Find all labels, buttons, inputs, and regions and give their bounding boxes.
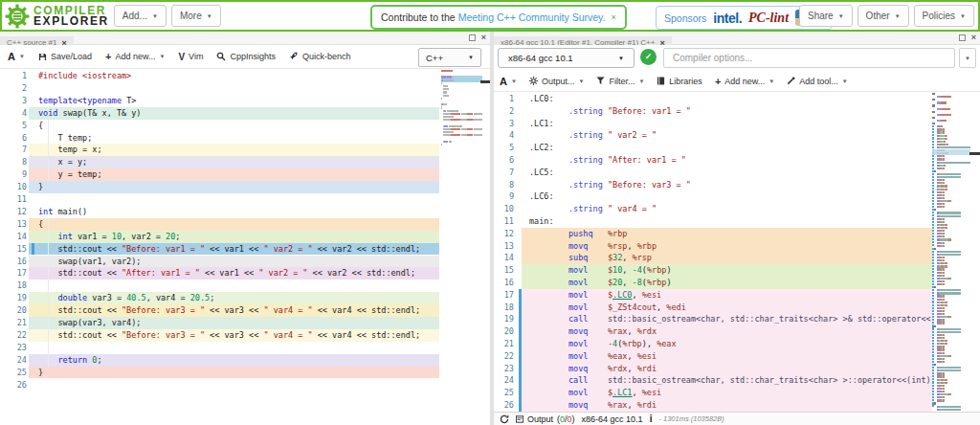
- code-line[interactable]: 8 x = y;: [0, 156, 439, 168]
- code-line[interactable]: 13{: [0, 218, 439, 231]
- add-new-button[interactable]: + Add new...▼: [105, 51, 165, 62]
- code-line[interactable]: 21 swap(var3, var4);: [0, 317, 439, 329]
- language-select[interactable]: C++ ▼: [418, 48, 481, 67]
- code-line[interactable]: 9.LC6:: [494, 190, 932, 203]
- code-line[interactable]: 24 return 0;: [0, 354, 439, 367]
- code-line[interactable]: 26: [0, 379, 439, 391]
- close-icon[interactable]: ×: [971, 34, 976, 42]
- gear-icon: [529, 77, 538, 85]
- line-number: 4: [0, 107, 27, 120]
- code-line[interactable]: 12int main(): [0, 206, 439, 218]
- code-line[interactable]: 19 call std::basic_ostream<char, std::ch…: [494, 313, 932, 325]
- code-line[interactable]: 4 .string " var2 = ": [494, 129, 932, 142]
- code-line[interactable]: 1.LC0:: [494, 93, 932, 105]
- code-line[interactable]: 18 movl $_ZSt4cout, %edi: [494, 302, 932, 314]
- code-line[interactable]: 14 int var1 = 10, var2 = 20;: [0, 231, 439, 243]
- code-line[interactable]: 14 subq $32, %rsp: [494, 252, 932, 264]
- code-line[interactable]: 16 swap(var1, var2);: [0, 256, 439, 268]
- code-line[interactable]: 21 movl -4(%rbp), %eax: [494, 338, 932, 350]
- code-line[interactable]: 6 T temp;: [0, 132, 439, 145]
- cppinsights-button[interactable]: CppInsights: [216, 52, 276, 61]
- info-icon[interactable]: i: [650, 414, 653, 424]
- output-button[interactable]: Output...▼: [529, 77, 584, 86]
- maximize-icon[interactable]: [959, 34, 966, 41]
- minimap[interactable]: [932, 93, 970, 412]
- code-line[interactable]: 7 temp = x;: [0, 144, 439, 156]
- libraries-button[interactable]: Libraries: [657, 77, 702, 86]
- other-button[interactable]: Other ▼: [858, 5, 909, 27]
- assembly-editor[interactable]: 1.LC0:2 .string "Before: var1 = "3.LC1:4…: [494, 92, 980, 412]
- scrollbar-slider[interactable]: [969, 152, 980, 155]
- code-line[interactable]: 20 movq %rax, %rdx: [494, 325, 932, 338]
- code-line[interactable]: 26 movq %rax, %rdi: [494, 399, 932, 412]
- code-line[interactable]: 10}: [0, 181, 439, 193]
- compiler-select[interactable]: x86-64 gcc 10.1 ▼: [498, 48, 635, 68]
- compiler-explorer-logo[interactable]: COMPILER EXPLORER: [5, 3, 109, 30]
- vim-toggle[interactable]: V Vim: [178, 52, 203, 62]
- code-line[interactable]: 22 std::cout << "Before: var3 = " << var…: [0, 329, 439, 342]
- code-line[interactable]: 13 movq %rsp, %rbp: [494, 240, 932, 253]
- code-line[interactable]: 1#include <iostream>: [0, 70, 439, 82]
- filter-button[interactable]: Filter...▼: [596, 77, 644, 86]
- code-line[interactable]: 17 movl $.LC0, %esi: [494, 289, 932, 302]
- font-size-button[interactable]: A▼: [500, 76, 517, 87]
- code-line[interactable]: 3.LC1:: [494, 118, 932, 130]
- policies-button[interactable]: Policies ▼: [914, 5, 974, 27]
- code-line[interactable]: 16 movl $20, -8(%rbp): [494, 277, 932, 289]
- maximize-icon[interactable]: [469, 34, 476, 41]
- more-button[interactable]: More ▼: [171, 5, 221, 27]
- line-number: 22: [0, 329, 27, 342]
- output-icon: [516, 415, 523, 423]
- code-line[interactable]: 7.LC5:: [494, 167, 932, 179]
- code-line[interactable]: 15 std::cout << "Before: var1 = " << var…: [0, 243, 439, 256]
- close-icon[interactable]: ×: [612, 12, 616, 22]
- code-line[interactable]: 17 std::cout << "After: var1 = " << var1…: [0, 267, 439, 280]
- code-line[interactable]: 25 movl $.LC1, %esi: [494, 387, 932, 399]
- code-line[interactable]: 12 pushq %rbp: [494, 228, 932, 240]
- refresh-icon[interactable]: [500, 414, 509, 424]
- code-line[interactable]: 15 movl $10, -4(%rbp): [494, 264, 932, 277]
- share-button[interactable]: Share ▼: [799, 5, 853, 27]
- code-line[interactable]: 18: [0, 280, 439, 292]
- save-load-button[interactable]: Save/Load: [38, 52, 92, 61]
- scrollbar-slider[interactable]: [480, 80, 490, 83]
- close-icon[interactable]: ×: [481, 34, 486, 42]
- line-number: 8: [0, 156, 27, 168]
- add-button[interactable]: Add... ▼: [114, 5, 167, 27]
- source-code-editor[interactable]: 1#include <iostream>23template<typename …: [0, 69, 490, 425]
- code-line[interactable]: 5.LC2:: [494, 142, 932, 154]
- gear-icon: [5, 4, 30, 29]
- code-line[interactable]: 3template<typename T>: [0, 95, 439, 107]
- font-size-button[interactable]: A▼: [8, 51, 25, 62]
- code-line[interactable]: 2 .string "Before: var1 = ": [494, 105, 932, 118]
- intel-logo[interactable]: intel.: [713, 11, 742, 26]
- code-line[interactable]: 6 .string "After: var1 = ": [494, 154, 932, 167]
- minimap[interactable]: [441, 70, 482, 423]
- code-line[interactable]: 10 .string " var4 = ": [494, 203, 932, 215]
- pclint-logo[interactable]: PC-lint: [748, 11, 789, 26]
- code-line[interactable]: 19 double var3 = 40.5, var4 = 20.5;: [0, 292, 439, 304]
- code-line[interactable]: 5{: [0, 120, 439, 132]
- code-line[interactable]: 25}: [0, 367, 439, 379]
- code-line[interactable]: 22 movl %eax, %esi: [494, 350, 932, 363]
- code-line[interactable]: 9 y = temp;: [0, 168, 439, 181]
- code-line[interactable]: 8 .string "Before: var3 = ": [494, 179, 932, 191]
- code-line[interactable]: 11main:: [494, 215, 932, 228]
- add-tool-button[interactable]: Add tool...▼: [787, 77, 847, 86]
- code-line[interactable]: 23 movq %rdx, %rdi: [494, 363, 932, 375]
- line-number: 20: [0, 304, 27, 317]
- code-line[interactable]: 20 std::cout << "Before: var3 = " << var…: [0, 304, 439, 317]
- code-line[interactable]: 4void swap(T& x, T& y): [0, 107, 439, 120]
- add-new-button[interactable]: + Add new...▼: [715, 76, 774, 87]
- code-line[interactable]: 23: [0, 342, 439, 354]
- quickbench-button[interactable]: Quick-bench: [289, 52, 351, 61]
- code-line[interactable]: 24 call std::basic_ostream<char, std::ch…: [494, 374, 932, 387]
- code-line[interactable]: 2: [0, 82, 439, 95]
- notification-link[interactable]: Meeting C++ Community Survey.: [458, 11, 606, 23]
- output-toggle[interactable]: Output (0/0): [516, 414, 575, 424]
- plus-icon: +: [105, 51, 111, 62]
- code-line[interactable]: 11: [0, 193, 439, 206]
- compiler-options-input[interactable]: [663, 48, 955, 68]
- rocket-icon: [289, 52, 299, 61]
- options-dropdown-toggle[interactable]: ▼: [959, 48, 976, 68]
